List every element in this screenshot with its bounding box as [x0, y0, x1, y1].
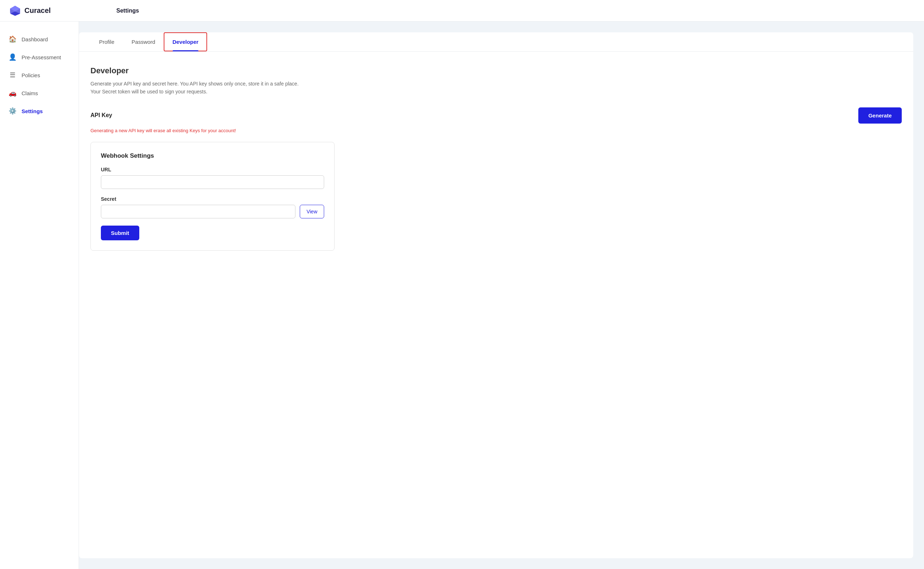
user-icon: 👤 [9, 53, 17, 61]
developer-page-content: Developer Generate your API key and secr… [79, 52, 913, 265]
curacel-logo-icon [9, 4, 21, 17]
section-description: Generate your API key and secret here. Y… [91, 80, 902, 96]
sidebar-item-policies[interactable]: ☰ Policies [0, 66, 79, 84]
generate-button[interactable]: Generate [858, 107, 902, 123]
tab-password[interactable]: Password [123, 32, 164, 51]
list-icon: ☰ [9, 71, 17, 79]
view-button[interactable]: View [300, 205, 324, 218]
section-title: Developer [91, 66, 902, 75]
secret-row: View [101, 205, 324, 218]
sidebar: 🏠 Dashboard 👤 Pre-Assessment ☰ Policies … [0, 21, 79, 569]
top-header: Curacel Settings [0, 0, 924, 21]
warning-text: Generating a new API key will erase all … [91, 128, 902, 133]
url-label: URL [101, 167, 324, 172]
sidebar-item-settings[interactable]: ⚙️ Settings [0, 102, 79, 120]
gear-icon: ⚙️ [9, 107, 17, 115]
sidebar-label-pre-assessment: Pre-Assessment [21, 54, 61, 60]
car-icon: 🚗 [9, 89, 17, 97]
home-icon: 🏠 [9, 35, 17, 43]
logo-text: Curacel [24, 6, 51, 15]
url-input[interactable] [101, 175, 324, 189]
sidebar-label-policies: Policies [21, 72, 40, 78]
main-content: Profile Password Developer Developer Gen… [79, 21, 924, 569]
sidebar-item-pre-assessment[interactable]: 👤 Pre-Assessment [0, 48, 79, 66]
content-area: Profile Password Developer Developer Gen… [79, 32, 913, 558]
secret-label: Secret [101, 196, 324, 202]
api-key-row: API Key Generate [91, 107, 902, 123]
sidebar-item-claims[interactable]: 🚗 Claims [0, 84, 79, 102]
logo-area: Curacel [9, 4, 88, 17]
tab-profile[interactable]: Profile [91, 32, 123, 51]
sidebar-label-dashboard: Dashboard [21, 36, 48, 43]
tab-developer[interactable]: Developer [164, 32, 207, 51]
sidebar-label-claims: Claims [21, 90, 38, 96]
app-layout: 🏠 Dashboard 👤 Pre-Assessment ☰ Policies … [0, 21, 924, 569]
header-title: Settings [116, 8, 139, 14]
webhook-settings-box: Webhook Settings URL Secret View Submit [91, 142, 335, 251]
secret-input[interactable] [101, 205, 296, 218]
submit-button[interactable]: Submit [101, 225, 139, 240]
tabs-bar: Profile Password Developer [79, 32, 913, 52]
sidebar-label-settings: Settings [21, 108, 43, 114]
api-key-section: API Key Generate Generating a new API ke… [91, 107, 902, 133]
webhook-title: Webhook Settings [101, 152, 324, 160]
sidebar-item-dashboard[interactable]: 🏠 Dashboard [0, 30, 79, 48]
api-key-label: API Key [91, 112, 112, 119]
